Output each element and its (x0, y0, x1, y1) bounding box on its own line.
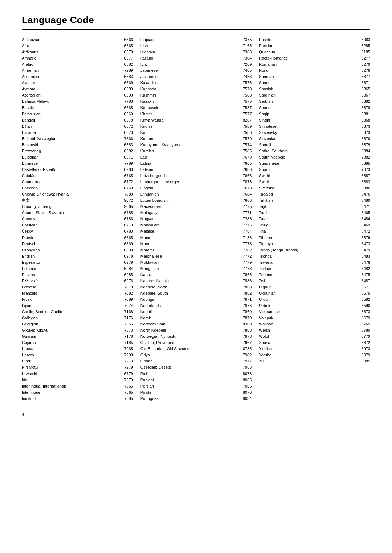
language-name: Assamese (22, 74, 120, 80)
language-name: Svenska (259, 185, 357, 191)
language-name: Burmese (22, 160, 120, 167)
language-name: Occitan; Provencal (140, 340, 239, 346)
list-item: Sango8371 (259, 80, 370, 86)
language-name: Yiddish (259, 346, 357, 352)
list-item: Tibetan6679 (259, 235, 370, 241)
language-code: 7365 (120, 383, 133, 389)
language-name: Bashkir (22, 105, 120, 111)
title-divider (22, 29, 370, 30)
language-code: 8185 (357, 49, 370, 55)
list-item: Tatar8484 (259, 216, 370, 222)
list-item: Magyar7285 (140, 216, 252, 222)
language-code: 6678 (120, 117, 133, 123)
language-name: Old Bulgarian; Old Slavonic (140, 346, 239, 352)
list-item: Kirghiz7589 (140, 123, 252, 130)
list-item: Marathi7782 (140, 247, 252, 253)
language-name: Sundanese (259, 160, 357, 167)
language-code: 7576 (238, 80, 252, 86)
language-code: 8373 (357, 123, 370, 130)
language-code: 8287 (238, 117, 252, 123)
list-item: Polski8076 (140, 389, 252, 396)
list-item: Uzbek8590 (259, 303, 370, 309)
list-item: Limburgan; Limburger7673 (140, 179, 252, 185)
list-item: Burmese7789 (22, 160, 133, 167)
language-name: Tibetan (259, 235, 357, 241)
list-item: Afar6565 (22, 43, 133, 49)
language-code: 7882 (357, 154, 370, 160)
list-item: Inuktitut7385 (22, 396, 133, 402)
list-item: Uighur8571 (259, 284, 370, 290)
language-code: 6589 (120, 86, 133, 92)
language-name: Catalán (22, 173, 120, 179)
language-code: 7186 (238, 235, 252, 241)
language-code: 8084 (238, 396, 252, 402)
language-code: 9085 (357, 358, 370, 364)
language-code: 8779 (357, 333, 370, 340)
language-name: Hindi (22, 358, 120, 364)
list-item: Telugu8469 (259, 222, 370, 228)
language-code: 7673 (238, 179, 252, 185)
language-code: 8376 (357, 136, 370, 142)
language-name: Sango (259, 80, 357, 86)
language-code: 8483 (357, 253, 370, 259)
language-name: Magyar (140, 216, 239, 222)
language-name: Avestan (22, 80, 120, 86)
language-name: Kinyarwanda (140, 117, 239, 123)
list-item: Bashkir6665 (22, 105, 133, 111)
list-item: North Ndebele7868 (140, 327, 252, 333)
list-item: Slovenian8376 (259, 136, 370, 142)
language-name: Sotho; Southern (259, 148, 357, 154)
language-name: Belarusian (22, 111, 120, 117)
list-item: Belarusian6669 (22, 111, 133, 117)
language-code: 8765 (357, 321, 370, 327)
list-item: Ukrainian8575 (259, 290, 370, 296)
language-code: 7678 (238, 185, 252, 191)
language-name: Kirghiz (140, 123, 239, 130)
list-item: Latvian7686 (140, 167, 252, 173)
language-code: 7977 (238, 358, 252, 364)
list-item: Frysk7089 (22, 296, 133, 303)
language-name: Malayalam (140, 222, 239, 228)
language-code: 7583 (238, 92, 252, 98)
language-name: Arabic (22, 61, 120, 67)
language-code: 7665 (238, 160, 252, 167)
list-item: Old Bulgarian; Old Slavonic6785 (140, 346, 252, 352)
language-name: Dansk (22, 235, 120, 241)
language-code: 7365 (120, 389, 133, 396)
list-item: Kuanyama; Kwanyama7574 (140, 142, 252, 148)
language-code: 8365 (357, 86, 370, 92)
list-item: Bulgarian6671 (22, 154, 133, 160)
list-item: Nederlands7876 (140, 303, 252, 309)
language-name: Nepali (140, 309, 239, 315)
language-code: 7375 (238, 37, 252, 43)
list-item: Ivrit7269 (140, 61, 252, 67)
language-name: Herero (22, 352, 120, 358)
list-item: Lingala7678 (140, 185, 252, 191)
list-item: Interlingue7365 (22, 389, 133, 396)
list-item: Javanese7486 (140, 74, 252, 80)
language-code: 7776 (238, 222, 252, 228)
language-code: 8368 (357, 117, 370, 123)
language-code: 7886 (238, 278, 252, 284)
list-item: Afrikaans6570 (22, 49, 133, 55)
list-item: Tigrinya8473 (259, 241, 370, 247)
language-name: Manx (140, 235, 239, 241)
list-item: Quechua8185 (259, 49, 370, 55)
language-code: 7574 (238, 142, 252, 148)
language-name: Northern Sami (140, 321, 239, 327)
language-name: Korean (140, 136, 239, 142)
list-item: Shqip8381 (259, 111, 370, 117)
language-name: Ivrit (140, 61, 239, 67)
language-code: 7684 (238, 191, 252, 197)
language-code: 8482 (357, 266, 370, 272)
list-item: Serbian8382 (259, 98, 370, 105)
language-name: Nauru (140, 272, 239, 278)
language-code: 7089 (120, 296, 133, 303)
language-code: 7578 (238, 86, 252, 92)
list-item: Nauru7865 (140, 272, 252, 278)
language-name: Ndebele, North (140, 284, 239, 290)
language-name: Komi (140, 130, 239, 136)
language-code: 6783 (120, 228, 133, 234)
language-name: Church Slavic; Slavonic (22, 210, 120, 216)
list-item: Tswana8478 (259, 259, 370, 266)
